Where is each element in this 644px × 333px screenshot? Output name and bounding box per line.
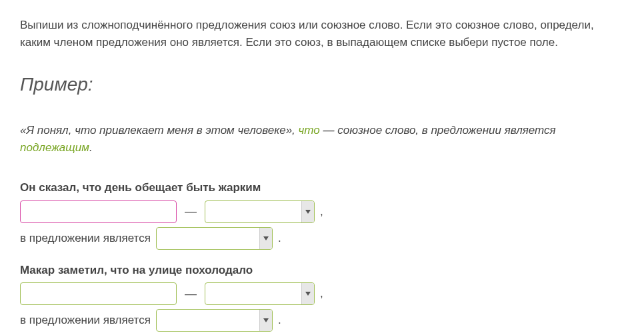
example-post: . [89, 141, 93, 154]
select-value [205, 283, 301, 304]
member-label: в предложении является [20, 312, 156, 329]
example-mid: — союзное слово, в предложении является [320, 124, 556, 137]
comma-text: , [315, 285, 323, 302]
period-text: . [273, 230, 281, 247]
chevron-down-icon [301, 201, 314, 222]
chevron-down-icon [259, 228, 272, 249]
example-body: «Я понял, что привлекает меня в этом чел… [20, 122, 624, 156]
conjunction-input[interactable] [20, 200, 177, 223]
period-text: . [273, 312, 281, 329]
dash-separator: — [177, 202, 205, 220]
comma-text: , [315, 203, 323, 220]
example-conjunction-word: что [299, 124, 320, 137]
task-sentence: Он сказал, что день обещает быть жарким [20, 179, 624, 196]
chevron-down-icon [259, 310, 272, 331]
chevron-down-icon [301, 283, 314, 304]
select-value [157, 228, 259, 249]
conjunction-input[interactable] [20, 282, 177, 305]
svg-marker-2 [305, 292, 311, 296]
example-role-word: подлежащим [20, 141, 89, 154]
svg-marker-3 [263, 318, 269, 322]
select-value [157, 310, 259, 331]
select-value [205, 201, 301, 222]
dash-separator: — [177, 285, 205, 303]
task-sentence: Макар заметил, что на улице похолодало [20, 262, 624, 279]
conjunction-type-select[interactable] [205, 200, 315, 223]
instructions-text: Выпиши из сложноподчинённого предложения… [20, 17, 624, 51]
sentence-role-select[interactable] [156, 227, 273, 250]
svg-marker-1 [263, 236, 269, 240]
example-heading: Пример: [20, 71, 624, 99]
member-label: в предложении является [20, 230, 156, 247]
example-quote: «Я понял, что привлекает меня в этом чел… [20, 124, 299, 137]
svg-marker-0 [305, 210, 311, 214]
sentence-role-select[interactable] [156, 309, 273, 332]
conjunction-type-select[interactable] [205, 282, 315, 305]
